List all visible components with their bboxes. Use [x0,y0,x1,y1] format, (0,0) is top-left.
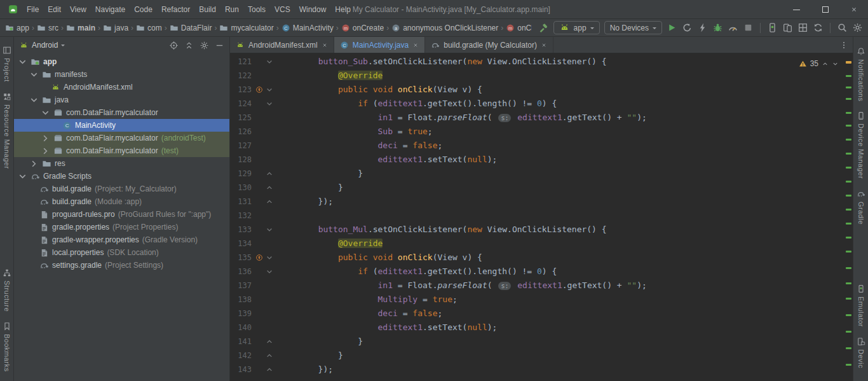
menu-vcs[interactable]: VCS [270,5,295,14]
select-opened-file-button[interactable] [169,41,179,50]
apply-changes-button[interactable] [682,22,693,33]
analysis-mark[interactable] [846,331,851,333]
code-text[interactable]: } [278,181,343,195]
tree-item-build-gradle-module-app[interactable]: build.gradle(Module :app) [14,195,229,208]
device-mirroring-button[interactable] [782,22,793,33]
analysis-mark[interactable] [846,112,851,114]
fold-toggle-icon[interactable] [266,254,273,261]
close-tab-icon[interactable] [412,42,419,48]
menu-window[interactable]: Window [295,5,331,14]
breadcrumb-src[interactable]: src [37,24,58,32]
analysis-mark[interactable] [846,87,851,88]
toolwindow-button-devic[interactable]: Devic [857,337,865,368]
tree-item-com-dataflair-mycalculator-androidtest[interactable]: com.DataFlair.mycalculator(androidTest) [14,132,229,144]
minimize-button[interactable] [782,0,811,19]
breadcrumb-onclick[interactable]: monClick [506,24,531,32]
code-text[interactable]: button_Sub.setOnClickListener(new View.O… [278,55,607,69]
breadcrumb-java[interactable]: java [103,24,128,32]
tree-item-proguard-rules-pro-proguard-rules-for-app[interactable]: proguard-rules.pro(ProGuard Rules for ":… [14,208,229,221]
analysis-mark[interactable] [846,282,851,284]
expand-toggle-icon[interactable] [29,159,39,169]
run-button[interactable] [667,22,677,33]
tree-item-res[interactable]: res [14,157,229,170]
tree-item-gradle-properties-project-properties[interactable]: gradle.properties(Project Properties) [14,221,229,233]
profile-button[interactable] [728,22,738,33]
gradle-sync-button[interactable] [813,22,824,33]
previous-issue-icon[interactable] [822,60,829,67]
toolwindow-button-emulator[interactable]: Emulator [857,284,865,327]
fold-toggle-icon[interactable] [266,226,273,233]
breadcrumb-mainactivity[interactable]: CMainActivity [281,24,334,32]
fold-toggle-icon[interactable] [266,198,273,205]
breadcrumb-com[interactable]: com [136,24,162,32]
breadcrumb-dataflair[interactable]: DataFlair [170,24,212,32]
analysis-mark[interactable] [846,125,851,127]
device-selector[interactable]: No Devices [604,21,662,34]
expand-toggle-icon[interactable] [18,57,27,67]
expand-toggle-icon[interactable] [41,108,50,118]
analysis-mark[interactable] [846,364,851,366]
close-tab-icon[interactable] [322,42,328,48]
tree-item-settings-gradle-project-settings[interactable]: settings.gradle(Project Settings) [14,259,229,272]
expand-toggle-icon[interactable] [41,146,50,156]
menu-tools[interactable]: Tools [243,5,270,14]
tab-build-gradle-my-calculator[interactable]: build.gradle (My Calculator) [425,37,553,53]
menu-help[interactable]: Help [330,5,355,14]
fold-toggle-icon[interactable] [266,170,273,177]
expand-toggle-icon[interactable] [29,95,39,105]
apply-code-changes-button[interactable] [697,22,708,33]
chevron-down-icon[interactable] [61,45,65,48]
analysis-mark[interactable] [846,61,851,64]
code-text[interactable]: deci = false; [278,139,442,153]
fold-toggle-icon[interactable] [266,366,273,373]
tree-item-app[interactable]: app [14,55,229,68]
code-text[interactable]: } [278,335,363,349]
menu-edit[interactable]: Edit [43,5,65,14]
analysis-mark[interactable] [846,314,851,316]
stop-button[interactable] [743,22,754,33]
inspections-widget[interactable]: 35 [799,57,839,71]
tree-item-build-gradle-project-my-calculator[interactable]: build.gradle(Project: My_Calculator) [14,183,229,195]
tree-item-gradle-wrapper-properties-gradle-version[interactable]: gradle-wrapper.properties(Gradle Version… [14,233,229,246]
code-text[interactable]: edittext1.setText(null); [278,153,497,167]
build-hammer-icon[interactable] [538,22,549,33]
toolwindow-button-bookmarks[interactable]: Bookmarks [3,322,11,372]
code-text[interactable]: button_Mul.setOnClickListener(new View.O… [278,223,607,237]
fold-toggle-icon[interactable] [266,352,273,359]
code-text[interactable]: @Override [278,69,383,83]
analysis-mark[interactable] [846,195,851,197]
code-text[interactable]: public void onClick(View v) { [278,251,482,265]
project-view-selector[interactable]: Android [32,41,58,50]
close-tab-icon[interactable] [541,42,547,48]
debug-button[interactable] [712,22,723,33]
collapse-all-button[interactable] [184,41,194,50]
analysis-mark[interactable] [846,209,851,211]
code-text[interactable]: @Override [278,237,383,251]
expand-toggle-icon[interactable] [29,70,39,80]
analysis-mark[interactable] [846,267,851,269]
tree-item-com-dataflair-mycalculator-test[interactable]: com.DataFlair.mycalculator(test) [14,144,229,157]
search-everywhere-button[interactable] [837,22,848,33]
analysis-mark[interactable] [846,139,851,141]
project-options-button[interactable] [200,41,209,50]
tab-androidmanifest-xml[interactable]: AndroidManifest.xml [230,37,334,53]
tab-options-button[interactable] [835,37,853,53]
code-text[interactable]: in1 = Float.parseFloat( s: edittext1.get… [278,279,647,293]
breadcrumb-anonymous-onclicklistener[interactable]: aanonymous OnClickListener [391,24,498,32]
analysis-mark[interactable] [846,237,851,239]
analysis-mark[interactable] [846,347,851,349]
code-text[interactable]: } [278,349,343,363]
toolwindow-button-device-manager[interactable]: Device Manager [857,111,865,179]
next-issue-icon[interactable] [832,60,839,67]
maximize-button[interactable] [811,0,839,19]
menu-file[interactable]: File [22,5,43,14]
toolwindow-button-resource-manager[interactable]: Resource Manager [3,92,11,169]
device-manager-button[interactable] [767,22,778,33]
fold-toggle-icon[interactable] [266,86,273,94]
menu-refactor[interactable]: Refactor [157,5,194,14]
code-text[interactable]: }); [278,195,333,209]
analysis-mark[interactable] [846,298,851,300]
tree-item-java[interactable]: java [14,94,229,106]
override-method-icon[interactable] [255,86,263,94]
layout-inspector-button[interactable] [797,22,808,33]
